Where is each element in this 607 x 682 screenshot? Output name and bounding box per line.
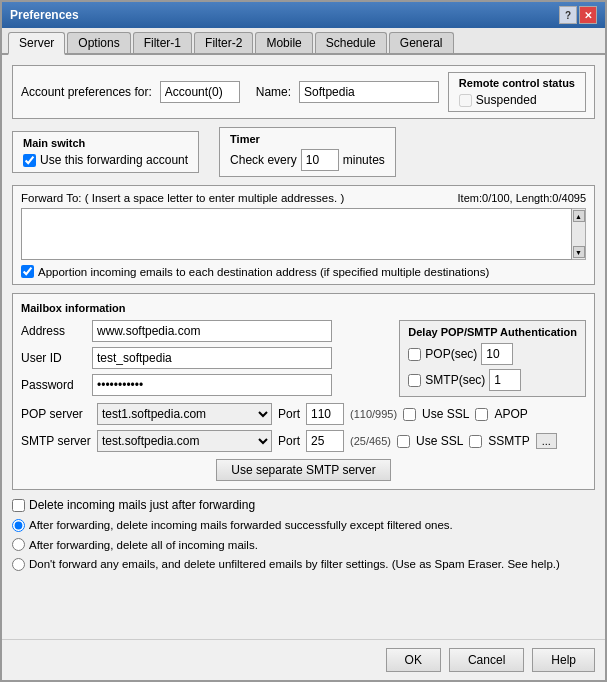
timer-title: Timer xyxy=(230,133,385,145)
main-switch-label: Use this forwarding account xyxy=(40,153,188,167)
smtp-server-select[interactable]: test.softpedia.com xyxy=(97,430,272,452)
smtp-delay-value[interactable] xyxy=(489,369,521,391)
suspended-row: Suspended xyxy=(459,93,575,107)
userid-field[interactable] xyxy=(92,347,332,369)
pop-delay-value[interactable] xyxy=(481,343,513,365)
check-every-label: Check every xyxy=(230,153,297,167)
mailbox-section: Mailbox information Address User ID xyxy=(12,293,595,490)
delete-radio1-label: After forwarding, delete incoming mails … xyxy=(29,517,453,533)
mailbox-section-label: Mailbox information xyxy=(21,302,586,314)
tab-filter1[interactable]: Filter-1 xyxy=(133,32,192,53)
smtp-port-field[interactable] xyxy=(306,430,344,452)
pop-delay-checkbox[interactable] xyxy=(408,348,421,361)
delete-radio2-label: After forwarding, delete all of incoming… xyxy=(29,539,258,551)
smtp-ssmtp-checkbox[interactable] xyxy=(469,435,482,448)
delay-auth-section: Delay POP/SMTP Authentication POP(sec) S… xyxy=(399,320,586,397)
password-field[interactable] xyxy=(92,374,332,396)
main-switch-checkbox[interactable] xyxy=(23,154,36,167)
timer-row: Check every minutes xyxy=(230,149,385,171)
aportion-row: Apportion incoming emails to each destin… xyxy=(21,265,586,278)
delete-options-section: Delete incoming mails just after forward… xyxy=(12,498,595,572)
preferences-window: Preferences ? ✕ Server Options Filter-1 … xyxy=(0,0,607,682)
main-content: Account preferences for: Name: Remote co… xyxy=(2,55,605,639)
window-title: Preferences xyxy=(10,8,79,22)
radio1-row: After forwarding, delete incoming mails … xyxy=(12,517,595,533)
delete-radio1[interactable] xyxy=(12,519,25,532)
smtp-server-label: SMTP server xyxy=(21,434,91,448)
radio2-row: After forwarding, delete all of incoming… xyxy=(12,538,595,551)
pop-ssl-checkbox[interactable] xyxy=(403,408,416,421)
delete-radio3[interactable] xyxy=(12,558,25,571)
forward-area-wrap: ▲ ▼ xyxy=(21,208,586,260)
pop-delay-label: POP(sec) xyxy=(425,347,477,361)
smtp-extra-button[interactable]: ... xyxy=(536,433,557,449)
pop-ssl-label: Use SSL xyxy=(422,407,469,421)
account-name-field[interactable] xyxy=(299,81,439,103)
delete-mails-checkbox[interactable] xyxy=(12,499,25,512)
tab-server[interactable]: Server xyxy=(8,32,65,55)
pop-apop-checkbox[interactable] xyxy=(475,408,488,421)
forward-to-section: Forward To: ( Insert a space letter to e… xyxy=(12,185,595,285)
pop-apop-label: APOP xyxy=(494,407,527,421)
pop-hint: (110/995) xyxy=(350,408,397,420)
smtp-delay-checkbox[interactable] xyxy=(408,374,421,387)
forward-textarea[interactable] xyxy=(21,208,572,260)
tab-bar: Server Options Filter-1 Filter-2 Mobile … xyxy=(2,28,605,55)
suspended-label: Suspended xyxy=(476,93,537,107)
smtp-delay-row: SMTP(sec) xyxy=(408,369,577,391)
pop-server-label: POP server xyxy=(21,407,91,421)
smtp-ssl-checkbox[interactable] xyxy=(397,435,410,448)
switch-timer-row: Main switch Use this forwarding account … xyxy=(12,127,595,177)
pop-server-row: POP server test1.softpedia.com Port (110… xyxy=(21,403,586,425)
forward-to-label: Forward To: ( Insert a space letter to e… xyxy=(21,192,344,204)
smtp-ssmtp-label: SSMTP xyxy=(488,434,529,448)
smtp-port-label: Port xyxy=(278,434,300,448)
smtp-server-row: SMTP server test.softpedia.com Port (25/… xyxy=(21,430,586,452)
suspended-checkbox[interactable] xyxy=(459,94,472,107)
main-switch-section: Main switch Use this forwarding account xyxy=(12,131,199,173)
main-switch-title: Main switch xyxy=(23,137,188,149)
name-label: Name: xyxy=(256,85,291,99)
tab-mobile[interactable]: Mobile xyxy=(255,32,312,53)
password-row: Password xyxy=(21,374,389,396)
pop-port-field[interactable] xyxy=(306,403,344,425)
address-label: Address xyxy=(21,324,86,338)
help-title-button[interactable]: ? xyxy=(559,6,577,24)
account-id-field[interactable] xyxy=(160,81,240,103)
smtp-hint: (25/465) xyxy=(350,435,391,447)
scroll-down-button[interactable]: ▼ xyxy=(573,246,585,258)
userid-row: User ID xyxy=(21,347,389,369)
pop-delay-row: POP(sec) xyxy=(408,343,577,365)
timer-value-field[interactable] xyxy=(301,149,339,171)
radio3-row: Don't forward any emails, and delete unf… xyxy=(12,556,595,572)
smtp-delay-label: SMTP(sec) xyxy=(425,373,485,387)
password-label: Password xyxy=(21,378,86,392)
address-row: Address xyxy=(21,320,389,342)
address-field[interactable] xyxy=(92,320,332,342)
aportion-checkbox[interactable] xyxy=(21,265,34,278)
timer-section: Timer Check every minutes xyxy=(219,127,396,177)
tab-options[interactable]: Options xyxy=(67,32,130,53)
delete-checkbox-row: Delete incoming mails just after forward… xyxy=(12,498,595,512)
delete-radio3-label: Don't forward any emails, and delete unf… xyxy=(29,556,560,572)
close-title-button[interactable]: ✕ xyxy=(579,6,597,24)
sep-smtp-row: Use separate SMTP server xyxy=(21,459,586,481)
pop-server-select[interactable]: test1.softpedia.com xyxy=(97,403,272,425)
ok-button[interactable]: OK xyxy=(386,648,441,672)
main-switch-row: Use this forwarding account xyxy=(23,153,188,167)
sep-smtp-button[interactable]: Use separate SMTP server xyxy=(216,459,391,481)
title-bar: Preferences ? ✕ xyxy=(2,2,605,28)
tab-general[interactable]: General xyxy=(389,32,454,53)
scroll-up-button[interactable]: ▲ xyxy=(573,210,585,222)
smtp-ssl-label: Use SSL xyxy=(416,434,463,448)
tab-schedule[interactable]: Schedule xyxy=(315,32,387,53)
delete-mails-label: Delete incoming mails just after forward… xyxy=(29,498,255,512)
forward-scrollbar[interactable]: ▲ ▼ xyxy=(572,208,586,260)
remote-control-section: Remote control status Suspended xyxy=(448,72,586,112)
delete-radio2[interactable] xyxy=(12,538,25,551)
cancel-button[interactable]: Cancel xyxy=(449,648,524,672)
footer-buttons: OK Cancel Help xyxy=(2,639,605,680)
pop-port-label: Port xyxy=(278,407,300,421)
help-button[interactable]: Help xyxy=(532,648,595,672)
tab-filter2[interactable]: Filter-2 xyxy=(194,32,253,53)
